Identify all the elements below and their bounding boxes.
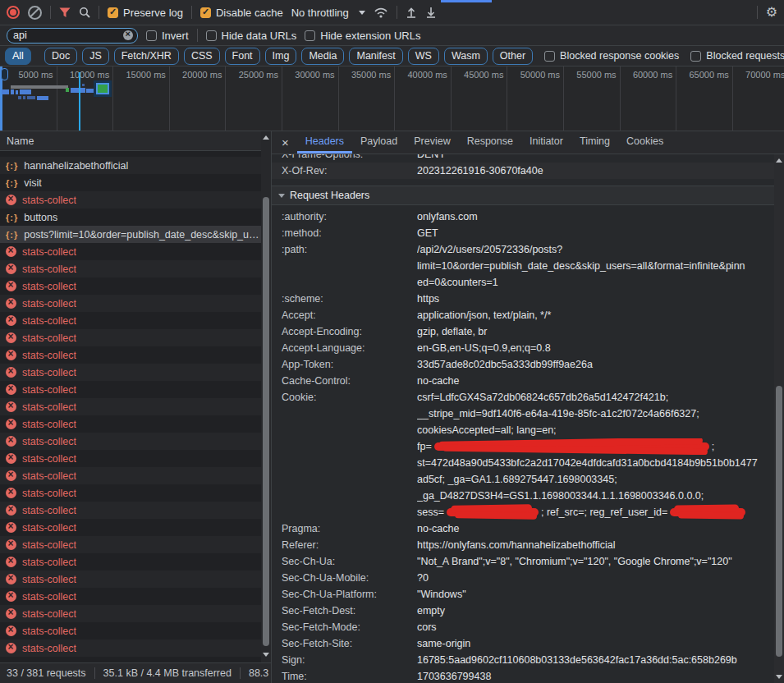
header-row-cookie[interactable]: Cookie:csrf=LdfcGX4Sa72db06824c657db26a5… xyxy=(272,389,774,520)
header-row-path[interactable]: :path:/api2/v2/users/20572336/posts?limi… xyxy=(272,241,774,291)
import-har-icon[interactable] xyxy=(406,7,417,18)
header-row-sec-ch-ua-mobile[interactable]: Sec-Ch-Ua-Mobile:?0 xyxy=(272,570,774,586)
tab-timing[interactable]: Timing xyxy=(571,131,618,154)
table-row-partial[interactable]: init xyxy=(0,151,261,157)
filter-icon[interactable] xyxy=(59,7,71,18)
filter-pill-media[interactable]: Media xyxy=(301,48,344,65)
table-row[interactable]: stats-collect xyxy=(0,191,261,209)
network-conditions-icon[interactable] xyxy=(374,7,388,18)
header-row-sec-fetch-mode[interactable]: Sec-Fetch-Mode:cors xyxy=(272,619,774,635)
filter-pill-all[interactable]: All xyxy=(5,48,31,65)
clear-filter-icon[interactable] xyxy=(123,30,133,40)
table-row[interactable]: stats-collect xyxy=(0,243,261,260)
filter-pill-doc[interactable]: Doc xyxy=(44,48,77,65)
header-row-cache-control[interactable]: Cache-Control:no-cache xyxy=(272,373,774,389)
scroll-down-icon[interactable] xyxy=(261,649,271,659)
scroll-up-icon[interactable] xyxy=(774,156,784,166)
table-row[interactable]: stats-collect xyxy=(0,260,261,277)
table-row[interactable]: stats-collect xyxy=(0,639,261,657)
table-row[interactable]: visit xyxy=(0,174,261,191)
table-row[interactable]: stats-collect xyxy=(0,381,261,398)
tab-cookies[interactable]: Cookies xyxy=(618,131,672,154)
header-row-sec-ch-ua-platform[interactable]: Sec-Ch-Ua-Platform:"Windows" xyxy=(272,586,774,603)
header-row-accept-language[interactable]: Accept-Language:en-GB,en-US;q=0.9,en;q=0… xyxy=(272,340,774,356)
header-row-app-token[interactable]: App-Token:33d57ade8c02dbc5a333db99ff9ae2… xyxy=(272,356,774,373)
table-row[interactable]: stats-collect xyxy=(0,433,261,450)
filter-pill-other[interactable]: Other xyxy=(493,48,533,65)
clear-icon[interactable] xyxy=(28,6,42,20)
tab-headers[interactable]: Headers xyxy=(297,131,352,154)
table-row[interactable]: stats-collect xyxy=(0,295,261,312)
filter-pill-css[interactable]: CSS xyxy=(184,48,220,65)
table-row[interactable]: stats-collect xyxy=(0,571,261,588)
disable-cache-checkbox[interactable] xyxy=(200,7,211,18)
name-column-header[interactable]: Name xyxy=(0,131,261,151)
tab-initiator[interactable]: Initiator xyxy=(521,131,571,154)
header-row-referer[interactable]: Referer:https://onlyfans.com/hannaheliza… xyxy=(272,537,774,553)
table-row[interactable]: stats-collect xyxy=(0,415,261,433)
table-row[interactable]: stats-collect xyxy=(0,346,261,364)
invert-checkbox[interactable] xyxy=(146,30,157,41)
table-row[interactable]: stats-collect xyxy=(0,277,261,295)
header-row-authority[interactable]: :authority:onlyfans.com xyxy=(272,209,774,225)
detail-scrollbar[interactable] xyxy=(774,154,784,683)
hide-data-urls-group[interactable]: Hide data URLs xyxy=(206,30,297,42)
header-row-x-of-rev[interactable]: X-Of-Rev: 202312261916-30670fa40e xyxy=(272,163,774,179)
search-icon[interactable] xyxy=(79,7,90,18)
filter-pill-font[interactable]: Font xyxy=(225,48,260,65)
blocked-requests-checkbox[interactable] xyxy=(690,51,701,62)
preserve-log-group[interactable]: Preserve log xyxy=(108,7,183,19)
hide-extension-urls-checkbox[interactable] xyxy=(305,30,315,41)
throttling-dropdown[interactable]: No throttling xyxy=(291,7,365,19)
disable-cache-group[interactable]: Disable cache xyxy=(200,7,283,19)
settings-gear-icon[interactable] xyxy=(766,6,777,19)
table-row[interactable]: stats-collect xyxy=(0,398,261,415)
table-row[interactable]: stats-collect xyxy=(0,502,261,519)
table-row[interactable]: stats-collect xyxy=(0,605,261,622)
invert-group[interactable]: Invert xyxy=(146,30,189,42)
header-row-method[interactable]: :method:GET xyxy=(272,225,774,241)
table-row[interactable]: hannahelizabethofficial xyxy=(0,157,261,174)
header-row-sec-ch-ua[interactable]: Sec-Ch-Ua:"Not_A Brand";v="8", "Chromium… xyxy=(272,553,774,570)
filter-pill-img[interactable]: Img xyxy=(265,48,297,65)
request-headers-section-header[interactable]: Request Headers xyxy=(272,186,774,205)
table-row[interactable]: stats-collect xyxy=(0,622,261,639)
filter-pill-fetch-xhr[interactable]: Fetch/XHR xyxy=(114,48,179,65)
table-row[interactable]: stats-collect xyxy=(0,450,261,467)
table-row[interactable]: stats-collect xyxy=(0,536,261,553)
table-row[interactable]: stats-collect xyxy=(0,519,261,536)
tab-payload[interactable]: Payload xyxy=(352,131,406,154)
checkbox-group-blocked-requests[interactable]: Blocked requests xyxy=(690,50,784,62)
filter-pill-manifest[interactable]: Manifest xyxy=(349,48,402,65)
checkbox-group-blocked-response-cookies[interactable]: Blocked response cookies xyxy=(544,50,679,62)
scrollbar-thumb[interactable] xyxy=(263,197,269,646)
table-row[interactable]: stats-collect xyxy=(0,329,261,346)
hide-extension-urls-group[interactable]: Hide extension URLs xyxy=(305,30,420,42)
filter-pill-wasm[interactable]: Wasm xyxy=(444,48,488,65)
export-har-icon[interactable] xyxy=(425,7,437,18)
scrollbar-thumb[interactable] xyxy=(776,386,782,657)
header-row-time[interactable]: Time:1703636799438 xyxy=(272,668,774,683)
request-list-scrollbar[interactable] xyxy=(261,131,271,662)
record-icon[interactable] xyxy=(7,6,20,19)
header-row-sign[interactable]: Sign:16785:5aad9602cf110608b03133de56364… xyxy=(272,652,774,668)
header-row-accept[interactable]: Accept:application/json, text/plain, */* xyxy=(272,307,774,323)
table-row[interactable]: stats-collect xyxy=(0,364,261,381)
header-row-sec-fetch-site[interactable]: Sec-Fetch-Site:same-origin xyxy=(272,635,774,652)
tab-preview[interactable]: Preview xyxy=(406,131,458,154)
tab-response[interactable]: Response xyxy=(459,131,521,154)
close-icon[interactable] xyxy=(282,136,289,149)
header-row-accept-encoding[interactable]: Accept-Encoding:gzip, deflate, br xyxy=(272,323,774,340)
header-row-pragma[interactable]: Pragma:no-cache xyxy=(272,520,774,537)
table-row[interactable]: stats-collect xyxy=(0,553,261,571)
header-row-scheme[interactable]: :scheme:https xyxy=(272,291,774,307)
table-row[interactable]: stats-collect xyxy=(0,312,261,329)
table-row[interactable]: stats-collect xyxy=(0,484,261,502)
preserve-log-checkbox[interactable] xyxy=(108,7,118,18)
filter-input[interactable]: api xyxy=(7,28,138,44)
filter-pill-ws[interactable]: WS xyxy=(408,48,439,65)
scroll-down-icon[interactable] xyxy=(774,672,784,681)
header-row-sec-fetch-dest[interactable]: Sec-Fetch-Dest:empty xyxy=(272,603,774,619)
blocked-response-cookies-checkbox[interactable] xyxy=(544,51,555,62)
table-row[interactable]: posts?limit=10&order=publish_date_desc&s… xyxy=(0,226,261,243)
